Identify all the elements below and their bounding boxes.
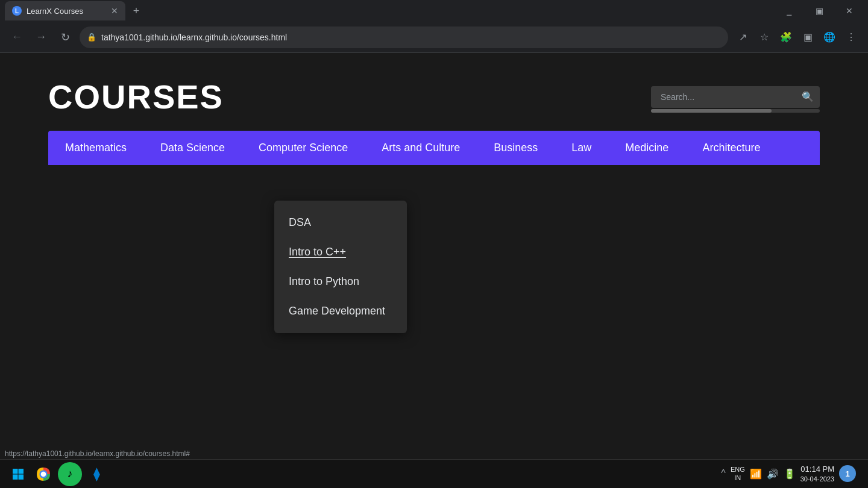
url-origin: tathya1001.github.io/ xyxy=(101,33,180,42)
svg-rect-0 xyxy=(13,469,18,474)
address-bar[interactable]: 🔒 tathya1001.github.io/learnx.github.io/… xyxy=(80,27,728,48)
taskbar-chrome-icon[interactable] xyxy=(31,462,55,486)
vscode-logo: ⧫ xyxy=(93,466,100,482)
start-button[interactable] xyxy=(7,463,29,485)
wifi-icon[interactable]: 📶 xyxy=(750,468,762,480)
profile-button[interactable]: 🌐 xyxy=(820,28,839,47)
chevron-up-icon[interactable]: ^ xyxy=(721,468,726,479)
window-restore-button[interactable]: ▣ xyxy=(805,0,833,22)
spotify-logo: ♪ xyxy=(68,468,73,480)
system-clock[interactable]: 01:14 PM 30-04-2023 xyxy=(800,464,834,484)
nav-item-law[interactable]: Law xyxy=(555,131,608,165)
url-path: learnx.github.io/courses.html xyxy=(180,33,287,42)
bookmark-button[interactable]: ☆ xyxy=(755,28,774,47)
status-url: https://tathya1001.github.io/learnx.gith… xyxy=(5,449,190,458)
search-container: 🔍 xyxy=(651,86,820,108)
menu-button[interactable]: ⋮ xyxy=(841,28,861,47)
language-indicator: ENGIN xyxy=(731,465,745,483)
svg-rect-3 xyxy=(19,474,24,480)
nav-item-medicine[interactable]: Medicine xyxy=(608,131,685,165)
search-icon[interactable]: 🔍 xyxy=(802,91,814,102)
new-tab-button[interactable]: + xyxy=(128,2,145,19)
svg-rect-2 xyxy=(13,474,18,480)
status-bar: https://tathya1001.github.io/learnx.gith… xyxy=(0,448,195,459)
system-tray: ^ ENGIN 📶 🔊 🔋 01:14 PM 30-04-2023 1 xyxy=(716,464,861,484)
tab-close-button[interactable]: ✕ xyxy=(111,6,118,16)
dropdown-item-intro-python[interactable]: Intro to Python xyxy=(274,267,407,296)
search-scrollbar-thumb xyxy=(651,109,772,113)
security-lock-icon: 🔒 xyxy=(87,33,96,42)
search-scrollbar[interactable] xyxy=(651,109,820,113)
taskbar-vscode-icon[interactable]: ⧫ xyxy=(84,462,108,486)
dropdown-item-intro-cpp[interactable]: Intro to C++ xyxy=(274,237,407,267)
dropdown-item-dsa[interactable]: DSA xyxy=(274,208,407,237)
tab-favicon: L xyxy=(12,6,22,16)
nav-item-data-science[interactable]: Data Science xyxy=(143,131,242,165)
browser-layout-button[interactable]: ▣ xyxy=(798,28,817,47)
address-text: tathya1001.github.io/learnx.github.io/co… xyxy=(101,33,721,42)
volume-icon[interactable]: 🔊 xyxy=(767,468,779,480)
share-button[interactable]: ↗ xyxy=(733,28,752,47)
battery-icon[interactable]: 🔋 xyxy=(784,468,796,480)
chrome-logo xyxy=(35,466,52,483)
nav-item-business[interactable]: Business xyxy=(477,131,555,165)
taskbar-spotify-icon[interactable]: ♪ xyxy=(58,462,82,486)
back-button[interactable]: ← xyxy=(7,28,27,47)
nav-item-computer-science[interactable]: Computer Science xyxy=(242,131,365,165)
svg-point-5 xyxy=(41,471,46,477)
nav-bar: Mathematics Data Science Computer Scienc… xyxy=(48,131,820,165)
dropdown-menu: DSA Intro to C++ Intro to Python Game De… xyxy=(274,201,407,333)
taskbar: ♪ ⧫ ^ ENGIN 📶 🔊 🔋 01:14 PM 30-04-2023 1 xyxy=(0,459,868,488)
tab-title: LearnX Courses xyxy=(27,7,106,16)
window-minimize-button[interactable]: ⎯ xyxy=(775,0,803,22)
reload-button[interactable]: ↻ xyxy=(55,28,75,47)
browser-tab[interactable]: L LearnX Courses ✕ xyxy=(5,1,125,20)
clock-time: 01:14 PM xyxy=(800,464,834,475)
nav-item-architecture[interactable]: Architecture xyxy=(685,131,777,165)
forward-button[interactable]: → xyxy=(31,28,51,47)
toolbar-actions: ↗ ☆ 🧩 ▣ 🌐 ⋮ xyxy=(733,28,861,47)
notification-badge[interactable]: 1 xyxy=(839,465,856,482)
window-controls: ⎯ ▣ ✕ xyxy=(775,0,863,22)
nav-item-arts-culture[interactable]: Arts and Culture xyxy=(365,131,477,165)
page-content: COURSES 🔍 Mathematics Data Science Compu… xyxy=(0,53,868,165)
browser-toolbar: ← → ↻ 🔒 tathya1001.github.io/learnx.gith… xyxy=(0,22,868,53)
page-title: COURSES xyxy=(48,77,224,116)
extension-button[interactable]: 🧩 xyxy=(776,28,796,47)
search-input[interactable] xyxy=(651,86,820,108)
nav-item-mathematics[interactable]: Mathematics xyxy=(48,131,143,165)
browser-titlebar: L LearnX Courses ✕ + ⎯ ▣ ✕ xyxy=(0,0,868,22)
page-header: COURSES 🔍 xyxy=(48,77,820,116)
windows-logo-icon xyxy=(12,468,24,480)
clock-date: 30-04-2023 xyxy=(800,475,834,484)
svg-rect-1 xyxy=(19,469,24,474)
window-close-button[interactable]: ✕ xyxy=(835,0,863,22)
dropdown-item-game-dev[interactable]: Game Development xyxy=(274,296,407,326)
